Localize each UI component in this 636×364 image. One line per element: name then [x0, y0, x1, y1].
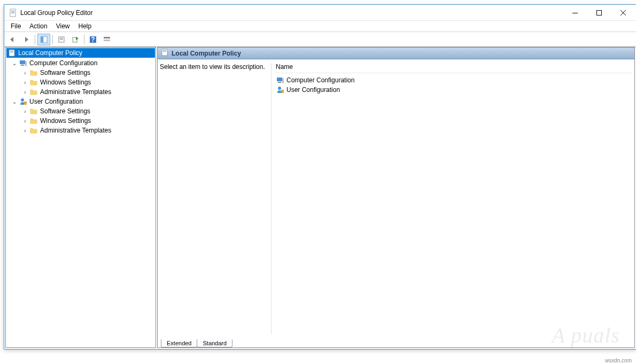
svg-rect-30: [282, 79, 284, 83]
menu-view[interactable]: View: [52, 21, 74, 31]
svg-rect-31: [278, 82, 281, 83]
tree-item-label: Windows Settings: [40, 117, 91, 125]
svg-rect-33: [281, 90, 284, 93]
list-item[interactable]: User Configuration: [275, 85, 631, 95]
folder-icon: [29, 107, 38, 115]
app-icon: [9, 9, 17, 17]
column-header-name[interactable]: Name: [275, 63, 631, 73]
tree-item-label: Software Settings: [40, 69, 90, 76]
close-button[interactable]: [611, 5, 635, 20]
minimize-button[interactable]: [563, 5, 587, 20]
tree-item-label: Software Settings: [40, 107, 90, 115]
description-column: Select an item to view its description.: [160, 63, 271, 335]
svg-point-32: [278, 87, 281, 90]
expand-icon[interactable]: ›: [21, 118, 29, 124]
svg-rect-12: [60, 39, 63, 40]
help-button[interactable]: ?: [87, 34, 99, 45]
maximize-button[interactable]: [587, 5, 611, 20]
svg-point-24: [21, 98, 24, 102]
details-title: Local Computer Policy: [172, 50, 241, 57]
filter-button[interactable]: [100, 34, 113, 45]
list-column: Name Computer Configuration User Configu…: [271, 63, 631, 335]
computer-icon: [19, 59, 27, 67]
expand-icon[interactable]: ⌄: [10, 99, 19, 105]
tree-item-computer-config[interactable]: ⌄ Computer Configuration: [6, 58, 156, 68]
svg-rect-18: [9, 50, 14, 56]
tree-item-label: Windows Settings: [40, 79, 91, 86]
tree-item-software-settings[interactable]: › Software Settings: [6, 68, 156, 78]
user-icon: [19, 97, 27, 106]
svg-rect-2: [11, 12, 14, 12]
forward-button[interactable]: [20, 34, 33, 45]
svg-rect-27: [163, 50, 166, 51]
folder-icon: [29, 68, 38, 77]
expand-icon[interactable]: ›: [21, 109, 29, 114]
back-button[interactable]: [6, 34, 19, 45]
toolbar-separator: [35, 35, 35, 44]
tree-item-windows-settings[interactable]: › Windows Settings: [6, 78, 156, 87]
list-item-label: Computer Configuration: [286, 76, 354, 84]
details-pane: Local Computer Policy Select an item to …: [157, 47, 635, 348]
svg-rect-26: [162, 49, 167, 56]
export-button[interactable]: [69, 34, 82, 45]
window-title: Local Group Policy Editor: [20, 9, 563, 17]
menu-action[interactable]: Action: [25, 21, 51, 31]
svg-rect-3: [11, 13, 14, 13]
tree-item-label: Computer Configuration: [29, 59, 97, 67]
tree-item-admin-templates-user[interactable]: › Administrative Templates: [6, 126, 156, 135]
svg-rect-9: [43, 36, 47, 43]
svg-rect-17: [104, 40, 110, 41]
expand-icon[interactable]: ›: [21, 128, 29, 134]
tree-root[interactable]: Local Computer Policy: [6, 48, 155, 58]
details-header: Local Computer Policy: [158, 48, 634, 59]
svg-text:?: ?: [91, 36, 95, 43]
tree-item-windows-settings-user[interactable]: › Windows Settings: [6, 116, 156, 126]
list-item-label: User Configuration: [286, 86, 340, 94]
svg-rect-22: [25, 61, 27, 66]
svg-rect-11: [60, 38, 63, 38]
policy-icon: [161, 49, 168, 58]
svg-rect-4: [572, 13, 578, 13]
svg-rect-8: [41, 36, 43, 43]
folder-icon: [29, 126, 38, 135]
tab-standard[interactable]: Standard: [197, 339, 232, 347]
expand-icon[interactable]: ⌄: [10, 60, 19, 66]
menu-help[interactable]: Help: [74, 21, 96, 31]
svg-rect-1: [11, 11, 14, 11]
titlebar[interactable]: Local Group Policy Editor: [4, 5, 636, 21]
svg-rect-21: [20, 60, 25, 64]
window-frame: Local Group Policy Editor File Action Vi…: [4, 4, 636, 350]
view-tabs: Extended Standard: [158, 337, 232, 347]
expand-icon[interactable]: ›: [21, 89, 29, 95]
svg-rect-23: [21, 65, 24, 66]
menubar: File Action View Help: [4, 21, 636, 32]
svg-rect-20: [10, 52, 13, 52]
svg-rect-5: [596, 10, 601, 15]
tree-item-software-settings-user[interactable]: › Software Settings: [6, 106, 156, 116]
properties-button[interactable]: [55, 34, 68, 45]
tab-extended[interactable]: Extended: [161, 339, 197, 347]
expand-icon[interactable]: ›: [21, 80, 29, 86]
svg-rect-25: [24, 102, 27, 105]
toolbar-separator: [52, 35, 53, 44]
tree-item-user-config[interactable]: ⌄ User Configuration: [6, 97, 156, 106]
expand-icon[interactable]: ›: [21, 70, 29, 76]
toolbar-separator: [84, 35, 84, 44]
tree-pane[interactable]: Local Computer Policy ⌄ Computer Configu…: [5, 47, 156, 348]
folder-icon: [29, 117, 38, 125]
tree-item-label: Administrative Templates: [40, 88, 111, 96]
svg-rect-28: [163, 51, 166, 52]
svg-rect-19: [10, 51, 13, 51]
tree-item-label: User Configuration: [29, 98, 83, 105]
menu-file[interactable]: File: [6, 21, 25, 31]
user-icon: [276, 86, 284, 94]
list-item[interactable]: Computer Configuration: [275, 75, 631, 85]
policy-icon: [7, 49, 16, 57]
tree-item-label: Administrative Templates: [40, 127, 111, 134]
tree-item-admin-templates[interactable]: › Administrative Templates: [6, 87, 156, 97]
svg-rect-29: [277, 78, 282, 81]
source-label: wsxdn.com: [605, 358, 632, 363]
toolbar: ?: [4, 32, 636, 47]
details-content: Select an item to view its description. …: [158, 59, 633, 337]
show-tree-button[interactable]: [37, 34, 50, 45]
